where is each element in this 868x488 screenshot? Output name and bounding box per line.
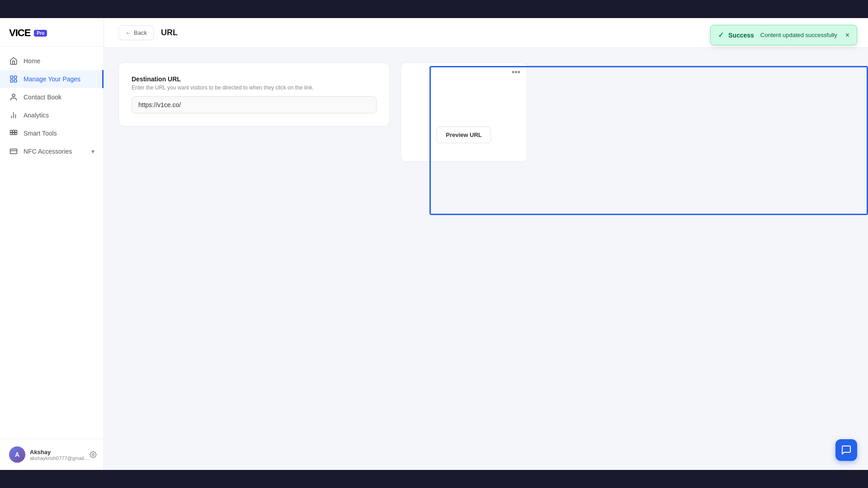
nfc-item-left: NFC Accessories xyxy=(9,147,72,156)
toast-close-button[interactable]: × xyxy=(845,31,849,39)
toast-message: Content updated successfully xyxy=(760,32,837,38)
grid-icon xyxy=(9,75,18,84)
success-toast: ✓ Success Content updated successfully × xyxy=(710,25,857,45)
svg-rect-3 xyxy=(10,80,13,82)
sidebar-item-smart-tools[interactable]: Smart Tools xyxy=(0,124,104,142)
sidebar-item-smart-tools-label: Smart Tools xyxy=(24,130,57,137)
nfc-icon xyxy=(9,147,18,156)
chart-icon xyxy=(9,111,18,120)
sidebar-item-analytics[interactable]: Analytics xyxy=(0,106,104,124)
svg-point-4 xyxy=(12,94,15,97)
svg-rect-9 xyxy=(13,130,15,132)
preview-url-button[interactable]: Preview URL xyxy=(436,127,491,143)
page-title: URL xyxy=(161,28,178,38)
chevron-down-icon: ▾ xyxy=(91,148,94,155)
sidebar-item-manage-pages-label: Manage Your Pages xyxy=(24,75,80,83)
user-details: Akshay akshaykrish0777@gmail.... xyxy=(30,449,90,461)
settings-button[interactable] xyxy=(90,451,97,458)
destination-url-label: Destination URL xyxy=(132,75,377,83)
close-icon: × xyxy=(845,31,849,39)
pro-badge: Pro xyxy=(34,30,47,37)
user-email: akshaykrish0777@gmail.... xyxy=(30,455,90,461)
svg-rect-8 xyxy=(10,130,13,132)
svg-rect-12 xyxy=(13,133,15,135)
chat-fab-button[interactable] xyxy=(835,439,857,461)
destination-url-input[interactable] xyxy=(132,96,377,113)
sidebar-item-contact-book[interactable]: Contact Book xyxy=(0,88,104,106)
home-icon xyxy=(9,56,18,66)
svg-rect-10 xyxy=(15,130,17,132)
preview-url-label: Preview URL xyxy=(446,131,481,138)
logo-text: VICE xyxy=(9,27,30,39)
svg-point-16 xyxy=(92,454,94,455)
logo-area: VICE Pro xyxy=(0,18,104,47)
avatar: A xyxy=(9,446,25,463)
more-options-button[interactable]: ••• xyxy=(512,68,520,76)
success-check-icon: ✓ xyxy=(718,31,724,39)
chat-icon xyxy=(841,445,852,455)
svg-rect-0 xyxy=(10,76,13,78)
svg-rect-13 xyxy=(15,133,17,135)
preview-panel: ••• Preview URL xyxy=(401,62,527,162)
sidebar-item-analytics-label: Analytics xyxy=(24,112,49,119)
back-arrow-icon: ← xyxy=(125,29,131,36)
url-form-card: Destination URL Enter the URL you want v… xyxy=(118,62,390,127)
main-content: ← Back URL Destination URL Enter the URL… xyxy=(104,18,868,470)
destination-url-description: Enter the URL you want visitors to be di… xyxy=(132,84,377,91)
svg-rect-14 xyxy=(10,149,17,154)
user-info: A Akshay akshaykrish0777@gmail.... xyxy=(9,446,90,463)
sidebar-item-home-label: Home xyxy=(24,57,40,65)
sidebar-item-nfc-accessories[interactable]: NFC Accessories ▾ xyxy=(0,142,104,160)
svg-rect-11 xyxy=(10,133,13,135)
sidebar-item-manage-pages[interactable]: Manage Your Pages xyxy=(0,70,104,88)
sidebar-footer: A Akshay akshaykrish0777@gmail.... xyxy=(0,439,104,470)
sidebar-item-contact-book-label: Contact Book xyxy=(24,94,61,101)
sidebar: VICE Pro Home xyxy=(0,18,104,470)
more-icon: ••• xyxy=(512,68,520,77)
user-name: Akshay xyxy=(30,449,90,455)
preview-panel-header: ••• xyxy=(401,63,527,80)
sidebar-nav: Home Manage Your Pages xyxy=(0,47,104,439)
toast-success-label: Success xyxy=(728,32,754,39)
user-circle-icon xyxy=(9,93,18,102)
svg-rect-1 xyxy=(14,76,17,78)
nfc-item-label: NFC Accessories xyxy=(24,148,72,155)
top-bar xyxy=(0,0,868,18)
bottom-bar xyxy=(0,470,868,488)
back-button-label: Back xyxy=(134,29,147,36)
sidebar-item-home[interactable]: Home xyxy=(0,52,104,70)
content-area: Destination URL Enter the URL you want v… xyxy=(104,48,868,470)
tools-icon xyxy=(9,129,18,138)
svg-rect-2 xyxy=(14,80,17,82)
back-button[interactable]: ← Back xyxy=(118,25,154,40)
